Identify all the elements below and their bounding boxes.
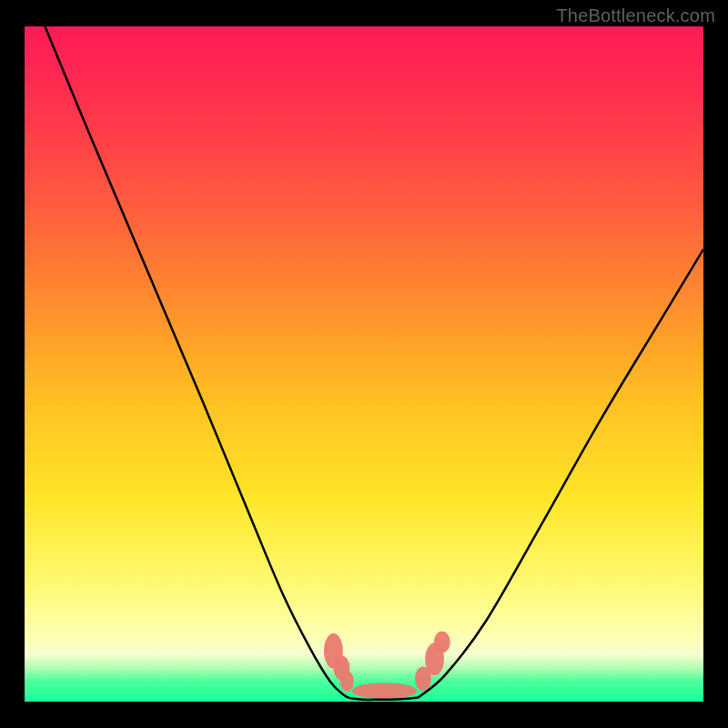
chart-svg — [25, 26, 703, 702]
chart-frame: TheBottleneck.com — [0, 0, 728, 728]
annotation-blob — [340, 672, 354, 692]
watermark-text: TheBottleneck.com — [556, 5, 715, 26]
annotation-blob — [352, 682, 418, 699]
annotation-blob — [434, 632, 450, 653]
right-curve — [419, 249, 703, 698]
chart-plot-area — [25, 26, 703, 702]
left-curve — [45, 26, 350, 698]
